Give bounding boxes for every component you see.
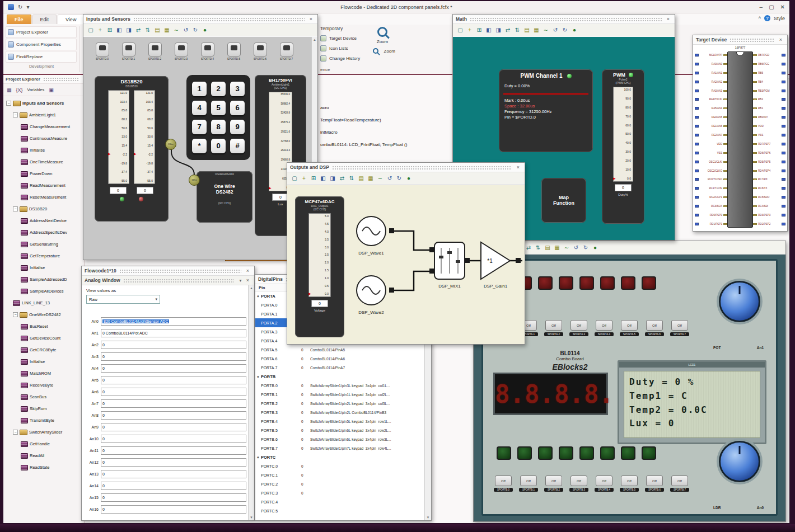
pin-connector-icon[interactable] (695, 143, 699, 145)
keypad-key[interactable]: * (192, 139, 207, 153)
switch-button[interactable]: Off (545, 475, 562, 486)
board-switch[interactable]: Off SPORTA.7 (671, 320, 689, 336)
wave-icon[interactable]: ∼ (542, 26, 550, 34)
keypad-key[interactable]: 9 (230, 120, 245, 134)
keypad-key[interactable]: 8 (211, 120, 226, 134)
layers-icon[interactable]: ▤ (153, 26, 161, 34)
record-icon[interactable]: ● (591, 243, 599, 252)
switch-rocker[interactable] (254, 43, 267, 57)
analog-value-field[interactable]: 0 (101, 446, 246, 455)
analog-value-field[interactable]: 0 (101, 435, 246, 443)
help-icon[interactable]: ? (764, 15, 770, 21)
tree-item[interactable]: − ContinuousMeasure (3, 133, 84, 144)
layers-icon[interactable]: ▤ (523, 26, 531, 34)
digital-pin-row[interactable]: ◆ PORTA.7 0 ComboBL0114/PinA7 (255, 363, 424, 372)
wave-icon[interactable]: ∼ (376, 174, 384, 182)
align-right-icon[interactable]: ◨ (125, 26, 133, 34)
slider-marker-icon[interactable]: ▶ (613, 177, 616, 180)
select-icon[interactable]: ▢ (87, 26, 95, 34)
flip-vertical-icon[interactable]: ⇅ (513, 26, 521, 34)
digital-pin-row[interactable]: ◆ PORTB.2 0 SwitchArraySlider1/pin2L key… (255, 399, 424, 408)
pin-connector-icon[interactable] (695, 161, 699, 163)
switch-button[interactable]: Off (621, 320, 638, 331)
align-right-icon[interactable]: ◨ (494, 26, 502, 34)
keypad-key[interactable]: 4 (192, 101, 207, 115)
map-function-block[interactable]: Map Function (541, 178, 586, 223)
switch-button[interactable]: Off (646, 320, 663, 331)
digital-pin-row[interactable]: ◆ PORTC.4 (255, 497, 424, 506)
digital-pin-row[interactable]: ◆ PORTB.5 0 SwitchArraySlider1/pin6L key… (255, 426, 424, 435)
digital-pin-row[interactable]: ◆ PORTA.5 0 ComboBL0114/PinA5 (255, 345, 424, 354)
wave-icon[interactable]: ∼ (563, 243, 570, 252)
switch-rocker[interactable] (122, 43, 135, 57)
keypad-key[interactable]: 3 (230, 82, 245, 96)
pin-connector-icon[interactable] (695, 116, 699, 119)
grid-icon[interactable]: ⊞ (475, 26, 483, 34)
view-option[interactable]: Target Device (320, 33, 410, 43)
switch-rocker[interactable] (280, 43, 293, 57)
switch-rocker[interactable] (201, 43, 214, 57)
tree-item[interactable]: − AmbientLight1 (3, 109, 84, 121)
pin-connector-icon[interactable] (782, 90, 785, 92)
close-button[interactable]: ✕ (780, 4, 785, 10)
close-icon[interactable]: × (777, 37, 784, 43)
style-button[interactable]: Style (774, 16, 785, 21)
tree-item[interactable]: − ScanBus (3, 391, 84, 403)
digital-pin-row[interactable]: ◆ PORTB (255, 372, 424, 381)
digital-pin-row[interactable]: ◆ PORTC.2 0 (255, 479, 424, 488)
keypad-key[interactable]: 2 (211, 82, 226, 96)
undo-icon[interactable]: ↺ (182, 26, 190, 34)
board-switch[interactable]: Off SPORTB.0 (494, 475, 512, 492)
redo-icon[interactable]: ↻ (561, 26, 569, 34)
tree-item[interactable]: − SampleAllDevices (3, 285, 84, 297)
pin-connector-icon[interactable] (695, 170, 699, 172)
board-switch[interactable]: Off SPORTA.4 (595, 320, 613, 336)
tree-item[interactable]: − ChangeMeasurement (3, 121, 84, 133)
qat-dropdown-icon[interactable]: ▾ (26, 4, 29, 10)
switch-button[interactable]: Off (570, 475, 587, 486)
tree-item[interactable]: − AddressNextDevice (3, 215, 84, 227)
board-switch[interactable]: Off SPORTA.5 (620, 320, 638, 336)
grid-icon[interactable]: ⊞ (106, 26, 114, 34)
board-switch[interactable]: Off SPORTB.4 (595, 475, 613, 492)
pin-connector-icon[interactable] (782, 161, 785, 163)
scroll-down-icon[interactable]: ▼ (250, 516, 253, 519)
tree-item[interactable]: − GetDeviceCount (3, 332, 84, 344)
redo-icon[interactable]: ↻ (582, 243, 590, 252)
digital-pin-row[interactable]: ◆ PORTC.5 (255, 506, 424, 515)
ds2482-block[interactable]: OneWireDS2482 One Wire DS2482 (I2C CH1) (197, 171, 252, 223)
record-icon[interactable]: ● (570, 26, 578, 34)
scroll-down-icon[interactable]: ▼ (427, 516, 430, 519)
pin-connector-icon[interactable] (695, 90, 699, 92)
flip-horizontal-icon[interactable]: ⇄ (504, 26, 512, 34)
keypad-key[interactable]: 1 (192, 82, 207, 96)
panel-switch[interactable]: SPORTD.0 (89, 43, 115, 60)
pin-connector-icon[interactable] (782, 214, 785, 216)
keypad-key[interactable]: 6 (230, 101, 245, 115)
tree-item[interactable]: − MatchROM (3, 368, 84, 379)
switch-button[interactable]: Off (545, 320, 562, 331)
analog-value-field[interactable]: 0 (101, 399, 246, 408)
board-switch[interactable]: Off SPORTB.6 (646, 475, 663, 492)
ldr-knob[interactable] (719, 441, 760, 482)
panel-switch[interactable]: SPORTD.2 (142, 43, 168, 60)
tree-item[interactable]: − SwitchArraySlider (3, 426, 84, 438)
digital-pin-row[interactable]: ◆ PORTB.0 0 SwitchArraySlider1/pin3L key… (255, 381, 424, 390)
layers-icon[interactable]: ▤ (544, 243, 551, 252)
analog-value-field[interactable]: 0 (101, 470, 246, 478)
align-left-icon[interactable]: ◧ (115, 26, 123, 34)
tree-item[interactable]: − Initialise (3, 356, 84, 368)
add-icon[interactable]: + (96, 26, 104, 34)
dock-icon[interactable]: ▾ (237, 278, 244, 283)
tree-item[interactable]: − Initialise (3, 262, 84, 274)
ribbon-tab[interactable]: Edit (32, 15, 57, 24)
analog-value-field[interactable]: 0 (101, 411, 246, 420)
analog-value-field[interactable]: 0 (101, 388, 246, 396)
panel-switch[interactable]: SPORTD.3 (168, 43, 194, 60)
board-switch[interactable]: Off SPORTA.2 (545, 320, 563, 336)
panel-switch[interactable]: SPORTD.5 (221, 43, 247, 60)
align-right-icon[interactable]: ◨ (329, 174, 336, 182)
pin-connector-icon[interactable] (695, 178, 699, 181)
ribbon-tab[interactable]: File (7, 15, 31, 24)
analog-value-field[interactable]: 0 (101, 493, 246, 502)
